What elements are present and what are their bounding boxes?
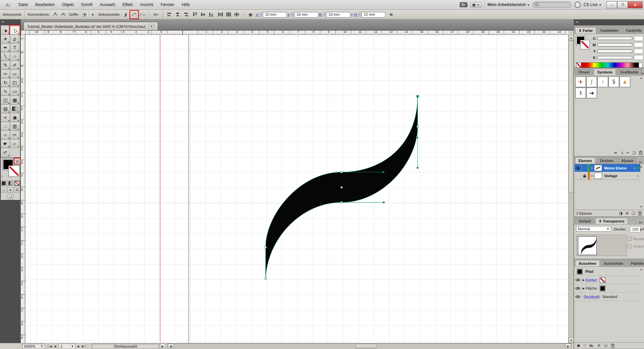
previous-page-button[interactable]: ◀ bbox=[54, 345, 56, 348]
delete-layer-button[interactable] bbox=[638, 211, 642, 216]
new-sublayer-button[interactable]: ⊕ bbox=[626, 211, 629, 215]
panel-menu-icon[interactable]: ▾≡ bbox=[639, 160, 644, 164]
default-fill-stroke-button[interactable]: ▪ bbox=[2, 174, 6, 179]
vertical-scroll-thumb[interactable] bbox=[569, 41, 574, 192]
checkbox-box[interactable] bbox=[627, 237, 632, 241]
make-clipping-mask-button[interactable]: ◨ bbox=[619, 211, 623, 215]
anchor-point[interactable] bbox=[265, 247, 267, 248]
channel-value-input[interactable] bbox=[634, 36, 643, 41]
first-page-button[interactable]: ❘◀ bbox=[47, 345, 52, 348]
feather-symbol[interactable]: ʃ bbox=[586, 77, 597, 87]
swap-fill-stroke-button[interactable]: ⇄ bbox=[15, 159, 20, 163]
new-symbol-button[interactable]: ❏ bbox=[632, 151, 636, 155]
visibility-toggle[interactable] bbox=[575, 293, 582, 301]
tab-zeichen[interactable]: Zeichen bbox=[596, 157, 617, 164]
visibility-toggle[interactable] bbox=[575, 172, 581, 180]
width-input[interactable]: 10 mm bbox=[326, 12, 350, 17]
status-menu-button[interactable]: ▶ bbox=[160, 344, 165, 349]
add-new-effect-button[interactable]: fx. bbox=[590, 344, 594, 348]
ellipse-tool[interactable]: ○ bbox=[10, 52, 19, 61]
channel-slider[interactable] bbox=[597, 43, 632, 46]
gradient-tool[interactable] bbox=[10, 104, 19, 113]
tab-absatz[interactable]: Absatz bbox=[618, 157, 637, 164]
color-button[interactable] bbox=[1, 181, 7, 186]
anchor-point-selected[interactable] bbox=[417, 95, 419, 97]
new-art-maintains-appearance-button[interactable]: ▣ bbox=[577, 344, 580, 347]
height-input[interactable]: 12 mm bbox=[361, 12, 385, 17]
none-swatch[interactable] bbox=[600, 277, 605, 283]
slice-tool[interactable]: ✂ bbox=[10, 131, 19, 139]
path-eraser-tool[interactable]: ✐ bbox=[1, 148, 10, 157]
menu-objekt[interactable]: Objekt bbox=[58, 0, 77, 9]
layer-row-meine-ebene[interactable]: ▷Meine Ebene○ bbox=[575, 164, 640, 172]
x-position-spinner[interactable]: ▴▾ bbox=[260, 12, 262, 16]
show-handles-button[interactable] bbox=[81, 11, 89, 18]
draw-inside-button[interactable]: 回 bbox=[14, 187, 20, 193]
tab-aussehen[interactable]: Aussehen bbox=[575, 260, 600, 266]
remove-anchor-button[interactable] bbox=[122, 11, 130, 18]
center-point[interactable] bbox=[341, 187, 342, 188]
scale-tool[interactable]: ◰ bbox=[10, 78, 19, 87]
shape-builder-tool[interactable]: ◫ bbox=[1, 96, 10, 104]
line-segment-tool[interactable]: ╲ bbox=[1, 52, 10, 61]
minimize-button[interactable]: — bbox=[606, 1, 617, 8]
height-spinner[interactable]: ▴▾ bbox=[358, 12, 361, 16]
menu-bearbeiten[interactable]: Bearbeiten bbox=[32, 0, 58, 9]
appearance-row-pfad[interactable]: Pfad bbox=[575, 267, 640, 276]
spectrum-gradient[interactable] bbox=[581, 63, 635, 67]
scroll-right-button[interactable]: ▶ bbox=[565, 344, 571, 349]
none-button[interactable] bbox=[14, 181, 20, 186]
expand-triangle-icon[interactable]: ▷ bbox=[591, 174, 593, 177]
arrow-up-symbol[interactable]: ⬆ bbox=[575, 88, 586, 98]
graph-tool[interactable]: ▥ bbox=[10, 122, 19, 131]
pyramid-symbol[interactable]: ▲ bbox=[620, 77, 630, 87]
width-tool[interactable]: ∿ bbox=[1, 87, 10, 96]
checkbox-maskieren[interactable]: Maskieren bbox=[627, 237, 644, 241]
channel-slider[interactable] bbox=[597, 50, 632, 53]
close-button[interactable]: ✕ bbox=[628, 1, 643, 8]
draw-normal-button[interactable]: ▢ bbox=[1, 187, 7, 193]
arrange-documents-button[interactable]: ▦ ▼ bbox=[470, 2, 482, 8]
eyedropper-tool[interactable]: ⌖ bbox=[1, 113, 10, 122]
tab-farbhilfe[interactable]: Farbhilfe bbox=[623, 27, 644, 34]
stroke-proxy-swatch[interactable] bbox=[581, 40, 589, 49]
scroll-down-button[interactable]: ▼ bbox=[569, 338, 574, 343]
expand-triangle-icon[interactable]: ▶ bbox=[583, 279, 585, 282]
menu-ansicht[interactable]: Ansicht bbox=[137, 0, 157, 9]
tab-ebenen[interactable]: Ebenen bbox=[575, 157, 595, 164]
menu-fenster[interactable]: Fenster bbox=[157, 0, 178, 9]
draw-behind-button[interactable]: ⧉ bbox=[7, 187, 13, 193]
target-circle-icon[interactable]: ○ bbox=[637, 174, 639, 178]
panel-menu-icon[interactable]: ▾≡ bbox=[642, 72, 644, 75]
gradient-button[interactable] bbox=[7, 181, 13, 186]
align-bottom-button[interactable] bbox=[208, 11, 215, 18]
menu-effekt[interactable]: Effekt bbox=[119, 0, 136, 9]
tab-pinsel[interactable]: Pinsel bbox=[575, 69, 593, 75]
horizontal-scroll-thumb[interactable] bbox=[356, 344, 376, 349]
dock-collapse-chevrons[interactable]: ◂◂ bbox=[574, 19, 644, 26]
handle-endpoint[interactable] bbox=[417, 137, 418, 139]
anchor-point[interactable] bbox=[341, 171, 342, 173]
clear-appearance-button[interactable]: ⊘ bbox=[597, 344, 600, 347]
y-position-input[interactable]: 16 mm bbox=[294, 12, 318, 17]
menu-schrift[interactable]: Schrift bbox=[77, 0, 96, 9]
align-vcenter-button[interactable] bbox=[200, 11, 207, 18]
hide-handles-button[interactable] bbox=[89, 11, 97, 18]
none-swatch[interactable] bbox=[577, 63, 581, 67]
lock-toggle[interactable] bbox=[581, 164, 588, 172]
isolate-selection-button[interactable]: ⊡▾ bbox=[152, 11, 160, 18]
page-number-select[interactable]: 1▼ bbox=[59, 344, 75, 349]
expand-triangle-icon[interactable]: ▷ bbox=[591, 166, 593, 169]
workspace-switcher[interactable]: Mein Arbeitsbereich ▼ bbox=[487, 2, 530, 7]
cs-live-menu[interactable]: CS Live ▼ bbox=[584, 2, 602, 7]
type-tool[interactable]: T bbox=[10, 43, 19, 52]
delete-selected-item-button[interactable] bbox=[611, 343, 615, 348]
tab-verlauf[interactable]: Verlauf bbox=[575, 218, 594, 224]
screen-mode-button[interactable]: ❏ bbox=[7, 194, 13, 199]
menu-hilfe[interactable]: Hilfe bbox=[178, 0, 194, 9]
align-right-button[interactable] bbox=[182, 11, 190, 18]
align-left-button[interactable] bbox=[166, 11, 173, 18]
layer-name[interactable]: Vorlage bbox=[604, 174, 618, 178]
hand-tool[interactable]: ☛ bbox=[1, 139, 10, 148]
link-dimensions-icon[interactable]: ∞ bbox=[350, 13, 354, 15]
